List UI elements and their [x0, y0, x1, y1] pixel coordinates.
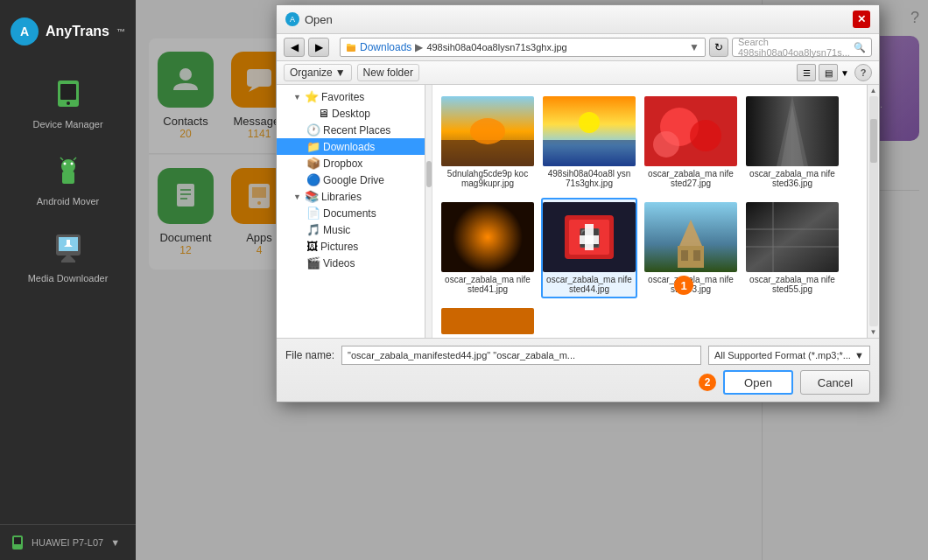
scroll-down-arrow[interactable]: ▼	[870, 328, 877, 336]
file-name-8: oscar_zabala_ma nifested55.jpg	[749, 275, 836, 294]
back-button[interactable]: ◀	[284, 38, 305, 57]
help-button[interactable]: ?	[854, 64, 872, 81]
svg-rect-15	[67, 240, 70, 245]
media-downloader-icon	[47, 228, 89, 270]
view-dropdown-icon[interactable]: ▼	[840, 64, 849, 81]
device-chevron-icon[interactable]: ▼	[110, 537, 120, 548]
tree-item-dropbox[interactable]: 📦 Dropbox	[277, 155, 425, 172]
sidebar: A AnyTrans ™ Device Manager Android	[0, 0, 136, 560]
svg-rect-57	[681, 250, 688, 261]
filename-label: File name:	[285, 349, 334, 361]
sidebar-item-android-mover[interactable]: Android Mover	[0, 140, 136, 217]
modal-toolbar: ◀ ▶ Downloads ▶ 498sih08a04oa8lysn71s3gh…	[277, 34, 879, 61]
tree-item-favorites[interactable]: ▼ ⭐ Favorites	[277, 88, 425, 105]
forward-button[interactable]: ▶	[308, 38, 329, 57]
file-image-6: ⬛	[543, 202, 636, 272]
file-thumb-2[interactable]: 498sih08a04oa8l ysn71s3ghx.jpg	[541, 92, 637, 192]
view-details-button[interactable]: ▤	[819, 64, 838, 81]
file-name-4: oscar_zabala_ma nifested36.jpg	[749, 169, 836, 188]
modal-logo-icon: A	[285, 12, 299, 26]
refresh-button[interactable]: ↻	[709, 38, 728, 57]
modal-titlebar: A Open ✕	[277, 5, 879, 34]
tree-item-recent[interactable]: 🕐 Recent Places	[277, 122, 425, 138]
svg-point-5	[63, 163, 66, 165]
path-dropdown-icon[interactable]: ▼	[689, 41, 700, 53]
format-label: All Supported Format (*.mp3;*...	[714, 350, 851, 360]
svg-point-47	[453, 202, 523, 272]
search-bar[interactable]: Search 498sih08a04oa8lysn71s... 🔍	[732, 38, 872, 57]
file-thumb-1[interactable]: 5dnulahg5cde9p kocmag9kupr.jpg	[439, 92, 536, 192]
file-thumb-partial[interactable]	[439, 304, 536, 338]
tree-item-googledrive[interactable]: 🔵 Google Drive	[277, 172, 425, 188]
file-image-4	[746, 96, 839, 166]
tree-item-documents[interactable]: 📄 Documents	[277, 205, 425, 221]
sidebar-item-label: Device Manager	[32, 119, 102, 130]
svg-point-44	[653, 131, 679, 158]
file-image-5	[441, 202, 534, 272]
device-manager-icon	[47, 74, 89, 116]
svg-rect-53	[580, 235, 599, 244]
file-name-3: oscar_zabala_ma nifested27.jpg	[647, 169, 735, 188]
tree-item-videos[interactable]: 🎬 Videos	[277, 255, 425, 271]
svg-rect-1	[60, 84, 76, 100]
tree-item-downloads[interactable]: 📁 Downloads	[277, 138, 425, 155]
svg-point-43	[690, 120, 721, 151]
file-grid: 5dnulahg5cde9p kocmag9kupr.jpg	[432, 85, 867, 338]
svg-rect-62	[772, 202, 774, 272]
sidebar-item-media-downloader[interactable]: Media Downloader	[0, 217, 136, 294]
path-filename: 498sih08a04oa8lysn71s3ghx.jpg	[426, 42, 566, 52]
cancel-button[interactable]: Cancel	[800, 370, 870, 395]
organize-dropdown-icon: ▼	[335, 66, 346, 79]
new-folder-button[interactable]: New folder	[357, 64, 419, 81]
tree-scrollbar-thumb[interactable]	[426, 161, 432, 187]
svg-point-6	[70, 163, 73, 165]
file-thumb-6[interactable]: ⬛ oscar_zabala_ma nifested44.jpg	[541, 198, 637, 298]
svg-rect-40	[543, 140, 636, 166]
view-buttons: ☰ ▤ ▼	[797, 64, 849, 81]
device-name: HUAWEI P7-L07	[32, 537, 103, 548]
file-image-8	[746, 202, 839, 272]
file-thumb-5[interactable]: oscar_zabala_ma nifested41.jpg	[439, 198, 536, 298]
file-image-2	[543, 96, 636, 166]
sidebar-item-label: Media Downloader	[28, 273, 109, 284]
tree-item-libraries[interactable]: ▼ 📚 Libraries	[277, 188, 425, 205]
format-select[interactable]: All Supported Format (*.mp3;*... ▼	[708, 346, 870, 365]
open-button[interactable]: Open	[723, 370, 793, 395]
file-name-2: 498sih08a04oa8l ysn71s3ghx.jpg	[545, 169, 633, 188]
new-folder-label: New folder	[363, 66, 413, 79]
scroll-up-arrow[interactable]: ▲	[870, 87, 877, 94]
file-thumb-4[interactable]: oscar_zabala_ma nifested36.jpg	[744, 92, 840, 192]
device-info[interactable]: HUAWEI P7-L07 ▼	[0, 524, 136, 560]
sidebar-item-device-manager[interactable]: Device Manager	[0, 63, 136, 140]
footer-buttons: 2 Open Cancel	[285, 370, 870, 395]
file-image-1	[441, 96, 534, 166]
scroll-thumb[interactable]	[870, 119, 877, 163]
svg-line-8	[74, 158, 76, 160]
view-list-button[interactable]: ☰	[797, 64, 816, 81]
filename-input[interactable]	[341, 346, 701, 365]
modal-title: A Open	[285, 12, 333, 26]
modal-body: ▼ ⭐ Favorites 🖥 Desktop 🕐	[277, 85, 879, 339]
modal-overlay: A Open ✕ ◀ ▶ Downloads ▶ 498sih08a04oa8l…	[136, 0, 928, 560]
tree-item-pictures[interactable]: 🖼 Pictures	[277, 238, 425, 255]
tree-item-desktop[interactable]: 🖥 Desktop	[277, 105, 425, 122]
file-grid-scrollbar[interactable]: ▲ ▼	[867, 85, 879, 338]
modal-footer: File name: All Supported Format (*.mp3;*…	[277, 339, 879, 402]
modal-actionbar: Organize ▼ New folder ☰ ▤ ▼ ?	[277, 61, 879, 85]
svg-point-2	[67, 102, 70, 105]
file-image-3	[644, 96, 737, 166]
svg-rect-13	[61, 261, 75, 262]
file-thumb-3[interactable]: oscar_zabala_ma nifested27.jpg	[643, 92, 739, 192]
svg-rect-60	[746, 228, 839, 230]
svg-rect-61	[746, 246, 839, 248]
svg-point-37	[470, 118, 505, 144]
svg-rect-58	[693, 250, 700, 261]
file-thumb-8[interactable]: oscar_zabala_ma nifested55.jpg	[744, 198, 840, 298]
modal-close-button[interactable]: ✕	[853, 10, 870, 28]
svg-rect-12	[66, 257, 71, 261]
android-mover-icon	[47, 150, 89, 192]
address-bar[interactable]: Downloads ▶ 498sih08a04oa8lysn71s3ghx.jp…	[340, 38, 706, 57]
tree-item-music[interactable]: 🎵 Music	[277, 221, 425, 238]
tree-scrollbar[interactable]	[425, 85, 432, 338]
organize-button[interactable]: Organize ▼	[284, 64, 352, 81]
